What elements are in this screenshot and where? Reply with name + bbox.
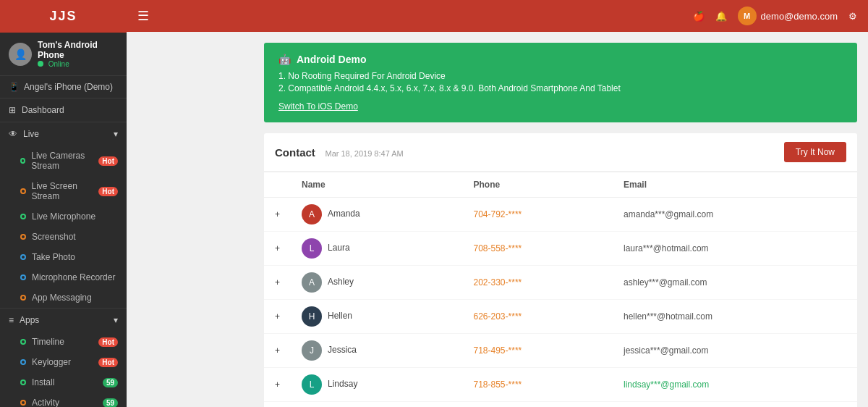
th-plus [264, 172, 291, 198]
table-header-row: Name Phone Email [264, 172, 857, 198]
row-name: HHellen [291, 300, 462, 334]
sidebar-item-live-microphone[interactable]: Live Microphone [0, 206, 127, 227]
row-name: AAshley [291, 266, 462, 300]
chevron-down-icon: ▾ [114, 129, 118, 139]
contact-name: Hellen [328, 311, 352, 321]
apple-icon[interactable]: 🍎 [693, 11, 705, 22]
row-phone: 718-895-**** [463, 402, 613, 408]
sidebar-device-secondary[interactable]: 📱 Angel's iPhone (Demo) [0, 76, 127, 98]
contact-header: Contact Mar 18, 2019 8:47 AM Try It Now [264, 133, 857, 171]
row-plus-button[interactable]: + [264, 334, 291, 368]
banner-point1: 1. No Rooting Required For Android Devic… [278, 71, 843, 81]
sidebar-item-keylogger[interactable]: Keylogger Hot [0, 352, 127, 372]
apps-label: Apps [20, 315, 39, 325]
apps-icon: ≡ [9, 315, 14, 325]
dashboard-label: Dashboard [22, 105, 64, 115]
row-plus-button[interactable]: + [264, 368, 291, 402]
menu-button[interactable]: ☰ [137, 8, 149, 24]
device-status: Online [38, 60, 118, 68]
dot-activity-icon [20, 400, 26, 406]
contact-name: Amanda [328, 209, 360, 219]
share-icon[interactable]: ⚙ [848, 11, 857, 22]
dot-orange-icon3 [20, 295, 26, 301]
sidebar-item-install[interactable]: Install 59 [0, 372, 127, 393]
keylogger-badge: Hot [98, 358, 118, 367]
table-row: +HHellen626-203-****hellen***@hotmail.co… [264, 300, 857, 334]
row-plus-button[interactable]: + [264, 402, 291, 408]
app-messaging-label: App Messaging [32, 293, 92, 303]
row-plus-button[interactable]: + [264, 198, 291, 232]
sidebar-logo: JJS [0, 0, 127, 33]
row-name: CCheney [291, 402, 462, 408]
live-microphone-label: Live Microphone [32, 211, 95, 222]
live-screen-badge: Hot [98, 187, 118, 196]
android-banner: 🤖 Android Demo 1. No Rooting Required Fo… [264, 43, 857, 122]
row-phone: 202-330-**** [463, 266, 613, 300]
sidebar-item-live-screen[interactable]: Live Screen Stream Hot [0, 176, 127, 206]
screenshot-label: Screenshot [32, 232, 76, 242]
dot-green-icon2 [20, 214, 26, 219]
contact-name: Laura [328, 243, 350, 253]
user-avatar: M [738, 7, 757, 25]
row-email: hellen***@hotmail.com [613, 300, 857, 334]
android-icon: 🤖 [278, 54, 291, 65]
dot-orange-icon [20, 188, 26, 194]
topbar: ☰ 🍎 🔔 M demo@demo.com ⚙ [127, 0, 868, 32]
row-phone: 718-855-**** [463, 368, 613, 402]
status-dot-green [38, 61, 43, 67]
row-email: cheney***@gmail.com [613, 402, 857, 408]
row-phone: 626-203-**** [463, 300, 613, 334]
live-label: Live [23, 129, 39, 139]
live-icon: 👁 [9, 129, 17, 139]
sidebar-section-live[interactable]: 👁 Live ▾ [0, 122, 127, 146]
contact-date: Mar 18, 2019 8:47 AM [325, 149, 403, 158]
sidebar-item-app-messaging[interactable]: App Messaging [0, 288, 127, 308]
device-avatar: 👤 [9, 43, 32, 66]
sidebar-device-primary[interactable]: 👤 Tom's Android Phone Online [0, 33, 127, 76]
table-row: +LLindsay718-855-****lindsay***@gmail.co… [264, 368, 857, 402]
row-email: lindsay***@gmail.com [613, 368, 857, 402]
install-label: Install [32, 377, 54, 387]
sidebar-section-apps[interactable]: ≡ Apps ▾ [0, 308, 127, 332]
sidebar-item-take-photo[interactable]: Take Photo [0, 247, 127, 267]
dot-timeline-icon [20, 339, 26, 345]
sidebar-item-timeline[interactable]: Timeline Hot [0, 332, 127, 352]
sidebar: JJS 👤 Tom's Android Phone Online 📱 Angel… [0, 0, 127, 407]
switch-to-ios-link[interactable]: Switch To iOS Demo [278, 101, 358, 112]
row-name: JJessica [291, 334, 462, 368]
banner-point2: 2. Compatible Android 4.4.x, 5.x, 6.x, 7… [278, 83, 843, 93]
user-menu[interactable]: M demo@demo.com [738, 7, 838, 25]
chevron-down-icon2: ▾ [114, 315, 118, 325]
notification-icon[interactable]: 🔔 [715, 11, 727, 22]
table-row: +AAmanda704-792-****amanda***@gmail.com [264, 198, 857, 232]
timeline-label: Timeline [32, 337, 64, 347]
contact-table: Name Phone Email +AAmanda704-792-****ama… [264, 172, 857, 407]
row-email: ashley***@gmail.com [613, 266, 857, 300]
row-phone: 704-792-**** [463, 198, 613, 232]
sidebar-item-activity[interactable]: Activity 59 [0, 393, 127, 407]
sidebar-item-dashboard[interactable]: ⊞ Dashboard [0, 98, 127, 122]
sidebar-item-mic-recorder[interactable]: Microphone Recorder [0, 267, 127, 288]
row-name: LLindsay [291, 368, 462, 402]
table-row: +AAshley202-330-****ashley***@gmail.com [264, 266, 857, 300]
try-it-now-button[interactable]: Try It Now [784, 142, 846, 162]
take-photo-label: Take Photo [32, 252, 75, 262]
user-email: demo@demo.com [761, 11, 838, 22]
contact-title: Contact [275, 146, 315, 159]
live-cameras-label: Live Cameras Stream [31, 151, 98, 171]
keylogger-label: Keylogger [32, 357, 71, 367]
topbar-right: 🍎 🔔 M demo@demo.com ⚙ [693, 7, 857, 25]
row-plus-button[interactable]: + [264, 300, 291, 334]
table-row: +LLaura708-558-****laura***@hotmail.com [264, 232, 857, 266]
row-email: jessica***@gmail.com [613, 334, 857, 368]
th-name: Name [291, 172, 462, 198]
sidebar-item-screenshot[interactable]: Screenshot [0, 227, 127, 247]
row-plus-button[interactable]: + [264, 232, 291, 266]
th-email: Email [613, 172, 857, 198]
row-plus-button[interactable]: + [264, 266, 291, 300]
dot-green-icon [20, 158, 25, 164]
sidebar-item-live-cameras[interactable]: Live Cameras Stream Hot [0, 146, 127, 176]
main-content: 🤖 Android Demo 1. No Rooting Required Fo… [253, 32, 868, 407]
dot-blue-icon2 [20, 274, 26, 280]
dot-blue-icon [20, 254, 26, 260]
